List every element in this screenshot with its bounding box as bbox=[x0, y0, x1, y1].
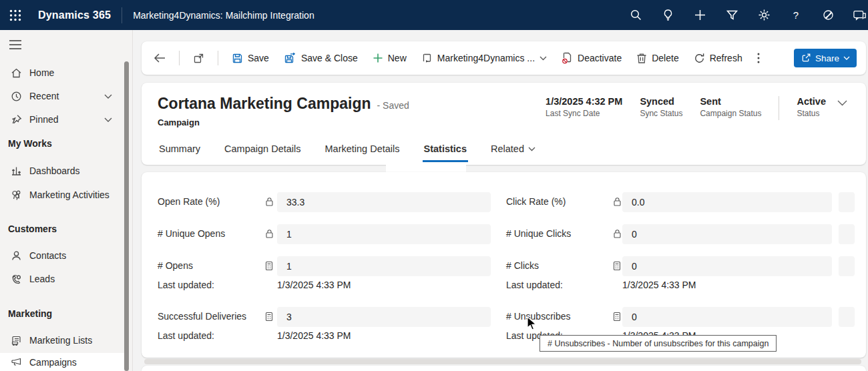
tab-related[interactable]: Related bbox=[489, 137, 537, 162]
sidebar-item-leads[interactable]: Leads bbox=[0, 268, 124, 290]
last-updated-label: Last updated: bbox=[158, 280, 214, 290]
last-updated-label: Last updated: bbox=[158, 330, 214, 341]
header-field-sync-status[interactable]: Synced Sync Status bbox=[640, 96, 682, 118]
command-divider bbox=[179, 51, 180, 65]
sidebar-item-marketing-activities[interactable]: Marketing Activities bbox=[0, 184, 124, 206]
power-platform-icon[interactable] bbox=[821, 9, 835, 22]
chevron-down-icon bbox=[528, 147, 535, 151]
filter-icon[interactable] bbox=[725, 9, 738, 22]
field-action-placeholder bbox=[839, 224, 855, 244]
sidebar-item-label: Home bbox=[29, 67, 54, 78]
clock-icon bbox=[11, 91, 23, 102]
app-title[interactable]: Marketing4Dynamics: Mailchimp Integratio… bbox=[133, 10, 314, 21]
flow-button[interactable]: Marketing4Dynamics ... bbox=[420, 50, 548, 67]
last-updated-value: 1/3/2025 4:33 PM bbox=[277, 280, 351, 290]
sidebar-item-recent[interactable]: Recent bbox=[0, 85, 124, 107]
opens-input[interactable]: 1 bbox=[277, 256, 491, 276]
calculator-icon bbox=[265, 312, 273, 322]
share-icon bbox=[801, 53, 811, 63]
tab-statistics[interactable]: Statistics bbox=[423, 137, 468, 162]
chevron-down-icon bbox=[843, 56, 850, 60]
save-and-close-button[interactable]: Save & Close bbox=[282, 50, 359, 67]
app-launcher-waffle-icon[interactable] bbox=[0, 0, 30, 30]
chat-icon[interactable] bbox=[853, 9, 867, 22]
field-label-click-rate: Click Rate (%) bbox=[506, 196, 566, 207]
more-commands-kebab-icon[interactable] bbox=[756, 50, 761, 66]
topbar-divider bbox=[122, 7, 122, 23]
hamburger-menu-icon[interactable] bbox=[9, 39, 25, 53]
click-rate-input[interactable]: 0.0 bbox=[622, 192, 832, 212]
share-button[interactable]: Share bbox=[794, 49, 857, 67]
header-divider bbox=[779, 96, 779, 120]
tab-campaign-details[interactable]: Campaign Details bbox=[223, 137, 302, 162]
field-action-placeholder bbox=[839, 307, 855, 327]
balloons-icon bbox=[11, 190, 23, 201]
field-label-successful-deliveries: Successful Deliveries bbox=[158, 311, 246, 322]
sidebar-item-marketing-lists[interactable]: Marketing Lists bbox=[0, 330, 124, 351]
lightbulb-icon[interactable] bbox=[661, 9, 674, 22]
sidebar-item-label: Leads bbox=[29, 274, 55, 284]
new-button[interactable]: New bbox=[371, 50, 408, 66]
sidebar-item-label: Marketing Lists bbox=[29, 335, 92, 346]
field-label-clicks: # Clicks bbox=[506, 260, 539, 271]
sidebar-item-dashboards[interactable]: Dashboards bbox=[0, 160, 124, 181]
unique-clicks-input[interactable]: 0 bbox=[622, 224, 832, 244]
popout-icon[interactable] bbox=[192, 50, 206, 67]
sidebar-item-campaigns[interactable]: Campaigns bbox=[0, 353, 124, 371]
unsubscribes-input[interactable]: 0 bbox=[622, 307, 832, 327]
dashboard-icon bbox=[11, 165, 23, 177]
lock-icon bbox=[613, 197, 622, 207]
back-button[interactable] bbox=[152, 50, 167, 66]
horizontal-scrollbar[interactable] bbox=[144, 359, 861, 364]
form-tabs: Summary Campaign Details Marketing Detai… bbox=[158, 137, 537, 164]
tab-marketing-details[interactable]: Marketing Details bbox=[324, 137, 401, 162]
refresh-button[interactable]: Refresh bbox=[692, 50, 744, 67]
field-label-opens: # Opens bbox=[158, 260, 193, 271]
list-document-icon bbox=[11, 335, 23, 346]
command-bar: Save Save & Close New Marketing4Dynamics… bbox=[142, 41, 866, 75]
field-action-placeholder bbox=[839, 192, 855, 212]
help-icon[interactable]: ? bbox=[789, 9, 803, 22]
record-header-card: Cortana Marketing Campaign - Saved Campa… bbox=[142, 83, 866, 165]
pin-icon bbox=[11, 114, 23, 125]
chevron-down-icon[interactable] bbox=[104, 94, 112, 99]
sidebar-item-pinned[interactable]: Pinned bbox=[0, 109, 124, 130]
clicks-input[interactable]: 0 bbox=[622, 256, 832, 276]
record-title: Cortana Marketing Campaign bbox=[158, 95, 371, 113]
last-updated-value: 1/3/2025 4:33 PM bbox=[277, 330, 351, 341]
collapse-header-chevron-icon[interactable] bbox=[837, 100, 847, 106]
successful-deliveries-input[interactable]: 3 bbox=[277, 307, 491, 327]
chevron-down-icon[interactable] bbox=[104, 117, 112, 122]
deactivate-button[interactable]: Deactivate bbox=[560, 49, 623, 67]
tab-summary[interactable]: Summary bbox=[158, 137, 202, 162]
calculator-icon bbox=[613, 261, 621, 271]
field-label-unique-clicks: # Unique Clicks bbox=[506, 228, 571, 239]
sidebar-item-label: Pinned bbox=[29, 114, 59, 125]
header-field-campaign-status[interactable]: Sent Campaign Status bbox=[700, 96, 761, 118]
header-field-status[interactable]: Active Status bbox=[797, 96, 826, 118]
sidebar-item-contacts[interactable]: Contacts bbox=[0, 245, 124, 266]
product-name[interactable]: Dynamics 365 bbox=[38, 9, 111, 21]
field-tooltip: # Unsubscribes - Number of unsubscribes … bbox=[539, 335, 777, 352]
plus-icon[interactable] bbox=[693, 9, 706, 22]
next-section-card-edge bbox=[142, 366, 866, 371]
save-button[interactable]: Save bbox=[230, 50, 270, 67]
search-icon[interactable] bbox=[629, 9, 642, 22]
chevron-down-icon bbox=[539, 56, 547, 61]
open-rate-input[interactable]: 33.3 bbox=[277, 192, 491, 212]
site-map-sidebar: Home Recent Pinned My Works Dashboards M… bbox=[0, 30, 133, 371]
statistics-form-card: Open Rate (%) 33.3 Click Rate (%) 0.0 # … bbox=[142, 172, 866, 358]
sidebar-item-home[interactable]: Home bbox=[0, 62, 124, 83]
entity-name: Campaign bbox=[158, 117, 200, 127]
command-divider bbox=[218, 51, 218, 65]
sidebar-item-label: Contacts bbox=[29, 250, 66, 261]
sidebar-scrollbar[interactable] bbox=[124, 61, 129, 371]
sidebar-item-label: Recent bbox=[29, 91, 59, 101]
sidebar-group-title: Customers bbox=[8, 224, 115, 234]
home-icon bbox=[11, 67, 23, 79]
field-action-placeholder bbox=[839, 256, 855, 276]
unique-opens-input[interactable]: 1 bbox=[277, 224, 491, 244]
header-field-last-sync-date[interactable]: 1/3/2025 4:32 PM Last Sync Date bbox=[546, 96, 622, 118]
gear-icon[interactable] bbox=[757, 9, 771, 22]
delete-button[interactable]: Delete bbox=[635, 50, 680, 67]
